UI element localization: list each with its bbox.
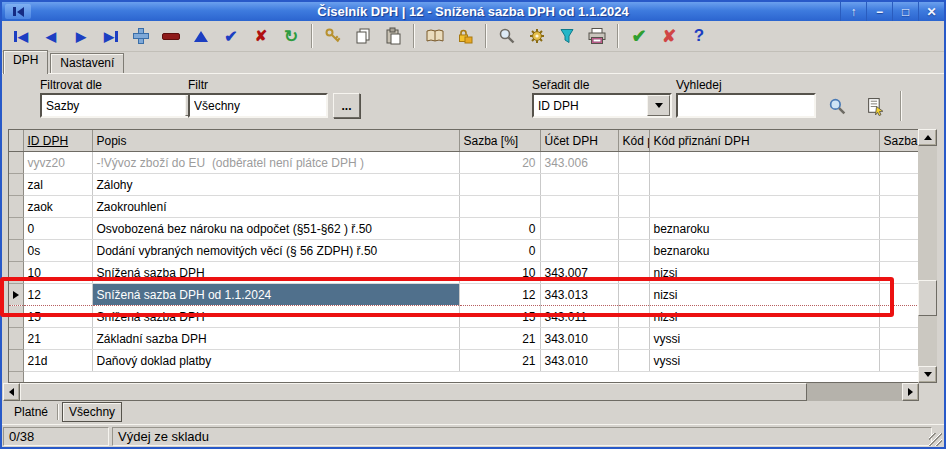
grid-cell[interactable] [540, 218, 618, 240]
row-selector[interactable] [9, 328, 23, 350]
column-header[interactable]: Účet DPH [540, 130, 618, 152]
grid-cell[interactable] [618, 152, 649, 174]
column-header[interactable]: Popis [92, 130, 459, 152]
print-button[interactable] [582, 23, 612, 49]
grid-cell[interactable] [879, 174, 919, 196]
grid-cell[interactable]: beznaroku [649, 218, 879, 240]
grid-cell[interactable] [618, 350, 649, 372]
row-selector[interactable] [9, 306, 23, 328]
vyhledej-input[interactable] [676, 93, 816, 118]
grid-cell[interactable]: 15 [459, 306, 540, 328]
column-header[interactable]: Kód přiznání DPH [649, 130, 879, 152]
grid-cell[interactable]: 343.011 [540, 306, 618, 328]
grid-cell[interactable]: vyssi [649, 328, 879, 350]
resize-grip[interactable] [929, 433, 942, 446]
filtrovat-dle-combo[interactable]: Sazby [40, 93, 210, 118]
row-selector[interactable] [9, 350, 23, 372]
post-edit-button[interactable]: ✔ [216, 23, 246, 49]
grid-cell[interactable]: 343.013 [540, 284, 618, 306]
grid-cell[interactable]: 343.006 [540, 152, 618, 174]
table-row[interactable]: 10Snížená sazba DPH10343.007nizsi [9, 262, 919, 284]
table-row[interactable]: zalZálohy [9, 174, 919, 196]
grid-cell[interactable]: nizsi [649, 262, 879, 284]
settings-button[interactable] [522, 23, 552, 49]
grid-cell[interactable] [649, 152, 879, 174]
grid-cell[interactable]: 10 [23, 262, 92, 284]
next-record-button[interactable]: ▶ [66, 23, 96, 49]
grid-cell[interactable]: 0 [459, 240, 540, 262]
row-selector[interactable] [9, 284, 23, 306]
row-selector[interactable] [9, 240, 23, 262]
table-row[interactable]: zaokZaokrouhlení [9, 196, 919, 218]
insert-record-button[interactable] [126, 23, 156, 49]
grid-cell[interactable]: zaok [23, 196, 92, 218]
maximize-button[interactable]: □ [892, 2, 918, 21]
grid-cell[interactable]: 21d [23, 350, 92, 372]
grid-cell[interactable]: 0 [459, 218, 540, 240]
filtr-input[interactable] [188, 93, 328, 118]
grid-cell[interactable]: 21 [23, 328, 92, 350]
codebook-button[interactable] [420, 23, 450, 49]
rights-button[interactable] [450, 23, 480, 49]
grid-cell[interactable]: Dodání vybraných nemovitých věcí (§ 56 Z… [92, 240, 459, 262]
refresh-button[interactable]: ↻ [276, 23, 306, 49]
first-record-button[interactable]: ◀ [6, 23, 36, 49]
vertical-scroll-thumb[interactable] [918, 280, 937, 316]
row-selector[interactable] [9, 262, 23, 284]
grid-cell[interactable]: 343.007 [540, 262, 618, 284]
filtr-more-button[interactable]: ... [333, 93, 360, 118]
table-row[interactable]: 12Snížená sazba DPH od 1.1.202412343.013… [9, 284, 919, 306]
horizontal-scrollbar[interactable] [3, 383, 919, 401]
grid-cell[interactable]: 0s [23, 240, 92, 262]
key-button[interactable] [318, 23, 348, 49]
grid-cell[interactable]: 21 [459, 350, 540, 372]
grid-cell[interactable]: vyvz20 [23, 152, 92, 174]
grid-cell[interactable]: 15 [23, 306, 92, 328]
grid-cell[interactable]: 12 [459, 284, 540, 306]
grid-cell[interactable] [879, 196, 919, 218]
grid-cell[interactable]: 10 [459, 262, 540, 284]
grid-cell[interactable]: 0 [23, 218, 92, 240]
grid-cell[interactable]: Daňový doklad platby [92, 350, 459, 372]
scroll-up-button[interactable] [918, 129, 937, 146]
column-header[interactable]: Kód p [618, 130, 649, 152]
close-button[interactable]: ✕ [918, 2, 944, 21]
help-button[interactable]: ? [684, 23, 714, 49]
grid-cell[interactable]: Osvobozená bez nároku na odpočet (§51-§6… [92, 218, 459, 240]
prior-record-button[interactable]: ◀ [36, 23, 66, 49]
table-row[interactable]: 0Osvobozená bez nároku na odpočet (§51-§… [9, 218, 919, 240]
table-row[interactable]: 21dDaňový doklad platby21343.010vyssi [9, 350, 919, 372]
grid-cell[interactable] [618, 284, 649, 306]
grid-cell[interactable] [618, 240, 649, 262]
title-bar[interactable]: Číselník DPH | 12 - Snížená sazba DPH od… [2, 2, 944, 21]
row-selector[interactable] [9, 196, 23, 218]
scroll-right-button[interactable] [902, 383, 919, 401]
grid-cell[interactable] [649, 196, 879, 218]
grid-cell[interactable]: Zálohy [92, 174, 459, 196]
grid-cell[interactable] [618, 306, 649, 328]
grid-cell[interactable]: zal [23, 174, 92, 196]
row-selector[interactable] [9, 174, 23, 196]
confirm-button[interactable]: ✔ [624, 23, 654, 49]
column-header[interactable]: Sazba [879, 130, 919, 152]
grid-cell[interactable]: -!Vývoz zboží do EU (odběratel není plát… [92, 152, 459, 174]
copy-button[interactable] [348, 23, 378, 49]
search-button[interactable] [492, 23, 522, 49]
grid-cell[interactable] [649, 174, 879, 196]
grid-cell[interactable] [879, 240, 919, 262]
grid-cell[interactable]: 12 [23, 284, 92, 306]
tab-platne[interactable]: Platné [8, 403, 54, 421]
grid-cell[interactable]: nizsi [649, 284, 879, 306]
grid-cell[interactable] [618, 262, 649, 284]
grid-cell[interactable] [540, 196, 618, 218]
row-selector[interactable] [9, 218, 23, 240]
scroll-down-button[interactable] [918, 366, 937, 383]
grid-cell[interactable]: Snížená sazba DPH od 1.1.2024 [92, 284, 459, 306]
minimize-button[interactable]: − [866, 2, 892, 21]
grid-cell[interactable]: 343.010 [540, 328, 618, 350]
column-header[interactable]: Sazba [%] [459, 130, 540, 152]
delete-record-button[interactable] [156, 23, 186, 49]
grid-cell[interactable]: beznaroku [649, 240, 879, 262]
grid-cell[interactable]: Snížená sazba DPH [92, 306, 459, 328]
grid-cell[interactable]: 21 [459, 328, 540, 350]
